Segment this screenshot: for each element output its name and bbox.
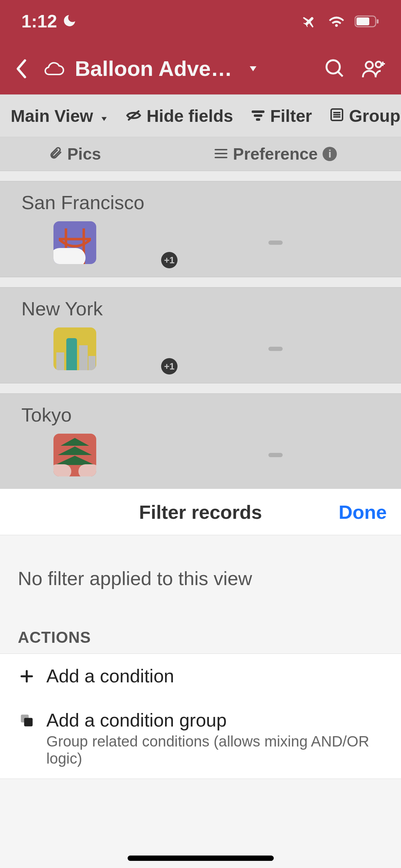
records-list: San Francisco +1 New York xyxy=(0,181,401,539)
filter-sheet: Filter records Done No filter applied to… xyxy=(0,489,401,868)
search-button[interactable] xyxy=(319,53,351,85)
column-header-pics[interactable]: Pics xyxy=(0,144,150,164)
add-condition-label: Add a condition xyxy=(46,665,174,687)
group-icon xyxy=(330,106,344,126)
table-row[interactable]: San Francisco +1 xyxy=(0,181,401,277)
svg-rect-12 xyxy=(256,118,260,121)
svg-point-7 xyxy=(376,62,381,67)
view-toolbar: Main View Hide fields Filter Group xyxy=(0,94,401,137)
add-condition-group-row[interactable]: Add a condition group Group related cond… xyxy=(0,698,401,779)
chevron-down-icon xyxy=(100,106,108,126)
table-row[interactable]: New York +1 xyxy=(0,287,401,383)
empty-filter-message: No filter applied to this view xyxy=(0,535,401,604)
record-name: New York xyxy=(21,298,380,320)
thumbnail-tokyo xyxy=(53,434,96,476)
add-condition-row[interactable]: Add a condition xyxy=(0,653,401,698)
actions-section-label: ACTIONS xyxy=(0,604,401,653)
filter-label: Filter xyxy=(270,106,312,126)
app-screen: 1:12 xyxy=(0,0,401,868)
column-pics-label: Pics xyxy=(67,144,101,164)
column-preference-label: Preference xyxy=(233,144,318,164)
empty-value-dash xyxy=(268,241,283,245)
filter-icon xyxy=(251,106,265,126)
table-row[interactable]: Tokyo xyxy=(0,393,401,490)
view-selector[interactable]: Main View xyxy=(11,106,108,126)
record-preference-cell[interactable] xyxy=(171,241,380,245)
plus-icon xyxy=(18,667,36,685)
svg-rect-28 xyxy=(24,718,33,727)
view-label: Main View xyxy=(11,106,93,126)
status-time: 1:12 xyxy=(21,11,57,32)
status-right xyxy=(302,13,380,30)
empty-value-dash xyxy=(268,347,283,351)
thumbnail-count-badge: +1 xyxy=(161,358,178,374)
hide-fields-icon xyxy=(126,106,142,126)
stack-icon xyxy=(18,712,36,729)
group-button[interactable]: Group xyxy=(330,106,400,126)
svg-point-6 xyxy=(366,62,373,69)
base-title[interactable]: Balloon Advent... xyxy=(75,56,239,81)
record-name: San Francisco xyxy=(21,191,380,213)
wifi-icon xyxy=(328,13,345,30)
share-users-button[interactable] xyxy=(358,53,390,85)
svg-rect-2 xyxy=(377,19,379,24)
svg-marker-8 xyxy=(102,117,107,121)
list-icon xyxy=(214,144,228,164)
hide-fields-button[interactable]: Hide fields xyxy=(126,106,233,126)
attachment-icon xyxy=(49,144,62,164)
column-header-preference[interactable]: Preference i xyxy=(150,144,401,164)
thumbnail-ny xyxy=(53,327,96,370)
cloud-icon xyxy=(39,60,68,77)
record-thumbnail-cell[interactable]: +1 xyxy=(21,327,171,370)
record-thumbnail-cell[interactable] xyxy=(21,434,171,476)
add-condition-group-sub: Group related conditions (allows mixing … xyxy=(46,733,383,767)
title-dropdown-caret[interactable] xyxy=(246,65,260,72)
add-condition-group-label: Add a condition group xyxy=(46,709,383,731)
record-preference-cell[interactable] xyxy=(171,347,380,351)
svg-rect-10 xyxy=(252,110,264,113)
thumbnail-sf xyxy=(53,221,96,264)
record-thumbnail-cell[interactable]: +1 xyxy=(21,221,171,264)
info-icon[interactable]: i xyxy=(323,147,337,161)
status-left: 1:12 xyxy=(21,11,77,32)
nav-bar: Balloon Advent... xyxy=(0,43,401,94)
filter-button[interactable]: Filter xyxy=(251,106,312,126)
thumbnail-count-badge: +1 xyxy=(161,252,178,268)
record-preference-cell[interactable] xyxy=(171,453,380,457)
back-button[interactable] xyxy=(11,58,32,79)
sheet-header: Filter records Done xyxy=(0,489,401,535)
airplane-icon xyxy=(302,13,318,30)
battery-icon xyxy=(355,15,380,28)
svg-point-4 xyxy=(327,60,340,73)
svg-marker-3 xyxy=(250,66,257,71)
done-button[interactable]: Done xyxy=(339,489,387,535)
hide-fields-label: Hide fields xyxy=(146,106,233,126)
home-indicator[interactable] xyxy=(128,856,274,861)
sheet-title: Filter records xyxy=(139,501,262,523)
moon-icon xyxy=(62,13,77,30)
status-bar: 1:12 xyxy=(0,0,401,43)
app-header: 1:12 xyxy=(0,0,401,94)
svg-rect-1 xyxy=(356,17,369,25)
group-label: Group xyxy=(349,106,400,126)
svg-line-5 xyxy=(338,72,343,76)
empty-value-dash xyxy=(268,453,283,457)
record-name: Tokyo xyxy=(21,404,380,426)
column-header-row: Pics Preference i xyxy=(0,137,401,171)
svg-rect-11 xyxy=(254,114,262,117)
